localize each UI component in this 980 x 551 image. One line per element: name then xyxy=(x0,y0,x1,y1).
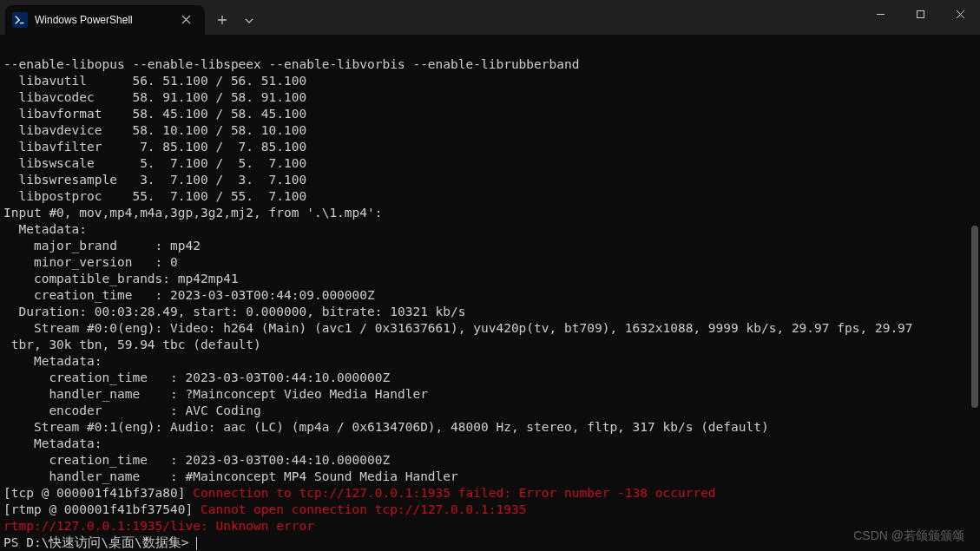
output-line: creation_time : 2023-03-03T00:44:09.0000… xyxy=(3,288,375,302)
output-line: Metadata: xyxy=(3,222,87,236)
terminal-output[interactable]: --enable-libopus --enable-libspeex --ena… xyxy=(0,35,980,551)
output-line: libavcodec 58. 91.100 / 58. 91.100 xyxy=(3,90,306,104)
output-line: Metadata: xyxy=(3,354,102,368)
output-line: libavformat 58. 45.100 / 58. 45.100 xyxy=(3,107,306,121)
title-bar-drag-area[interactable] xyxy=(260,0,860,35)
tab-dropdown-button[interactable] xyxy=(238,10,260,31)
output-line: [tcp @ 000001f41bf37a80] Connection to t… xyxy=(3,486,716,500)
tab-actions xyxy=(210,0,260,35)
output-line: libpostproc 55. 7.100 / 55. 7.100 xyxy=(3,189,306,203)
output-line: handler_name : ?Mainconcept Video Media … xyxy=(3,387,428,401)
tab-title: Windows PowerShell xyxy=(35,14,169,26)
output-line: handler_name : #Mainconcept MP4 Sound Me… xyxy=(3,469,458,483)
output-line: creation_time : 2023-03-03T00:44:10.0000… xyxy=(3,371,390,384)
output-line: Metadata: xyxy=(3,436,102,450)
output-line: minor_version : 0 xyxy=(3,255,178,269)
tab-close-button[interactable] xyxy=(176,11,196,29)
output-line: Stream #0:0(eng): Video: h264 (Main) (av… xyxy=(3,321,913,335)
minimize-button[interactable] xyxy=(860,0,900,28)
output-line: Duration: 00:03:28.49, start: 0.000000, … xyxy=(3,305,466,318)
watermark: CSDN @若颌颁颁颂 xyxy=(853,528,964,544)
new-tab-button[interactable] xyxy=(210,10,234,31)
scrollbar-thumb[interactable] xyxy=(971,226,978,408)
cursor xyxy=(196,537,197,550)
powershell-icon xyxy=(12,12,28,28)
svg-rect-0 xyxy=(917,10,924,17)
output-line: [rtmp @ 000001f41bf37540] Cannot open co… xyxy=(3,502,526,516)
output-line: libswscale 5. 7.100 / 5. 7.100 xyxy=(3,156,306,170)
output-line: libavutil 56. 51.100 / 56. 51.100 xyxy=(3,74,306,88)
output-line: compatible_brands: mp42mp41 xyxy=(3,272,239,285)
error-text: Connection to tcp://127.0.0.1:1935 faile… xyxy=(193,486,715,500)
output-line: Input #0, mov,mp4,m4a,3gp,3g2,mj2, from … xyxy=(3,206,383,220)
output-line: tbr, 30k tbn, 59.94 tbc (default) xyxy=(3,338,261,351)
output-line: major_brand : mp42 xyxy=(3,239,201,253)
output-line: creation_time : 2023-03-03T00:44:10.0000… xyxy=(3,453,390,467)
prompt-line: PS D:\快速访问\桌面\数据集> xyxy=(3,535,197,549)
tab-powershell[interactable]: Windows PowerShell xyxy=(5,5,205,35)
output-line: Stream #0:1(eng): Audio: aac (LC) (mp4a … xyxy=(3,420,769,434)
output-line: libavfilter 7. 85.100 / 7. 85.100 xyxy=(3,140,306,154)
output-line: libswresample 3. 7.100 / 3. 7.100 xyxy=(3,173,306,187)
maximize-button[interactable] xyxy=(900,0,940,28)
error-text: rtmp://127.0.0.1:1935/live: Unknown erro… xyxy=(3,519,314,533)
output-line: --enable-libopus --enable-libspeex --ena… xyxy=(3,57,579,71)
close-window-button[interactable] xyxy=(940,0,980,28)
window-controls xyxy=(860,0,980,35)
error-text: Cannot open connection tcp://127.0.0.1:1… xyxy=(201,502,526,516)
output-line: libavdevice 58. 10.100 / 58. 10.100 xyxy=(3,123,306,137)
title-bar: Windows PowerShell xyxy=(0,0,980,35)
output-line: encoder : AVC Coding xyxy=(3,403,261,417)
